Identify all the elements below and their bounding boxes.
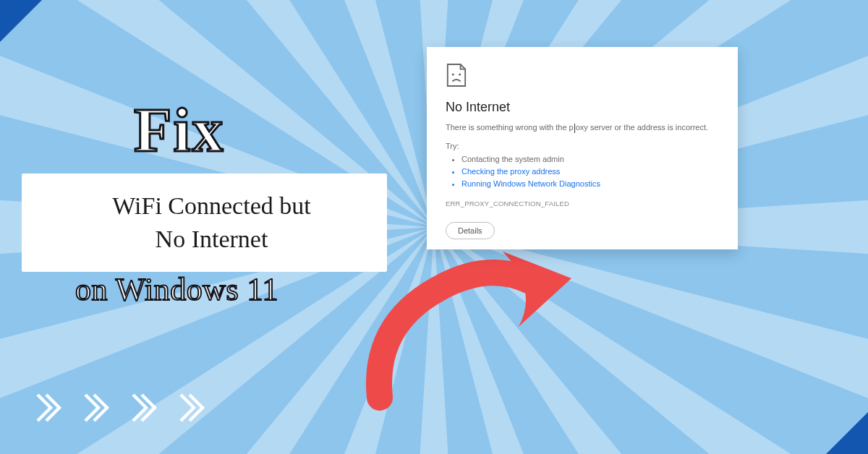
subtitle-text: on Windows 11	[75, 271, 278, 308]
headline-fix: Fix	[134, 94, 224, 166]
error-desc-part1: There is something wrong with the p	[446, 123, 574, 132]
title-line-2: No Internet	[51, 223, 373, 256]
suggestion-item-admin: Contacting the system admin	[461, 153, 719, 166]
text-cursor-icon	[574, 124, 575, 133]
chevron-right-icon	[77, 390, 111, 425]
chevron-right-icon	[172, 390, 207, 425]
error-code: ERR_PROXY_CONNECTION_FAILED	[446, 200, 719, 207]
browser-error-page: No Internet There is something wrong wit…	[427, 47, 738, 249]
svg-point-1	[459, 74, 461, 76]
chevron-right-icon	[124, 390, 159, 425]
chevron-right-icon	[29, 390, 64, 425]
title-line-1: WiFi Connected but	[51, 189, 373, 223]
title-box: WiFi Connected but No Internet	[22, 174, 387, 272]
details-button[interactable]: Details	[446, 222, 495, 239]
error-description: There is something wrong with the poxy s…	[446, 122, 719, 133]
corner-decoration-top-left	[0, 0, 43, 43]
sad-document-icon	[446, 63, 467, 87]
chevron-decoration-row	[29, 390, 207, 425]
corner-decoration-bottom-right	[825, 411, 868, 454]
error-heading: No Internet	[446, 100, 719, 115]
error-desc-part2: oxy server or the address is incorrect.	[576, 123, 708, 132]
try-label: Try:	[446, 142, 719, 150]
svg-point-0	[452, 74, 454, 76]
suggestion-list: Contacting the system admin Checking the…	[461, 153, 719, 190]
suggestion-link-diagnostics[interactable]: Running Windows Network Diagnostics	[461, 178, 719, 190]
suggestion-link-proxy[interactable]: Checking the proxy address	[461, 166, 719, 178]
curved-arrow-icon	[351, 239, 597, 427]
